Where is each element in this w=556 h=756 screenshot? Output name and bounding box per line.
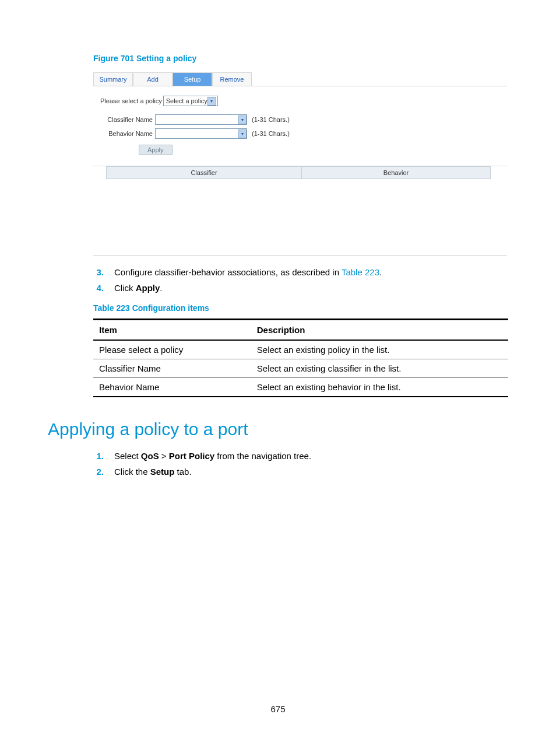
behavior-name-hint: (1-31 Chars.) bbox=[252, 130, 290, 137]
chevron-down-icon: ▾ bbox=[207, 97, 216, 106]
text: from the navigation tree. bbox=[214, 451, 311, 461]
policy-select[interactable]: Select a policy ▾ bbox=[163, 96, 218, 106]
cell-desc: Select an existing classifier in the lis… bbox=[251, 359, 508, 378]
apply-bold: Apply bbox=[136, 283, 160, 293]
chevron-down-icon: ▾ bbox=[238, 130, 247, 138]
table-223-link[interactable]: Table 223 bbox=[342, 267, 379, 277]
classifier-name-hint: (1-31 Chars.) bbox=[252, 116, 290, 123]
cell-desc: Select an existing behavior in the list. bbox=[251, 378, 508, 397]
classifier-name-select[interactable]: ▾ bbox=[155, 114, 247, 125]
list-item: 3. Configure classifier-behavior associa… bbox=[93, 267, 508, 277]
apply-button[interactable]: Apply bbox=[139, 145, 173, 155]
item-number: 2. bbox=[93, 467, 104, 477]
table-header-item: Item bbox=[93, 320, 251, 341]
result-table: Classifier Behavior bbox=[106, 166, 491, 179]
section-heading: Applying a policy to a port bbox=[48, 419, 508, 439]
config-table: Item Description Please select a policy … bbox=[93, 318, 508, 397]
item-number: 1. bbox=[93, 451, 104, 461]
text: Select bbox=[114, 451, 141, 461]
page-number: 675 bbox=[0, 704, 556, 714]
list-item: 2. Click the Setup tab. bbox=[93, 467, 508, 477]
tabbar: Summary Add Setup Remove bbox=[93, 70, 507, 86]
text: . bbox=[379, 267, 382, 277]
text: Click the bbox=[114, 467, 150, 477]
behavior-name-label: Behavior Name bbox=[106, 130, 153, 137]
table-caption: Table 223 Configuration items bbox=[93, 303, 508, 313]
item-number: 4. bbox=[93, 283, 104, 293]
policy-label: Please select a policy bbox=[100, 97, 162, 104]
ordered-list-a: 3. Configure classifier-behavior associa… bbox=[93, 267, 508, 293]
setup-bold: Setup bbox=[150, 467, 175, 477]
table-row: Please select a policy Select an existin… bbox=[93, 340, 508, 359]
cell-desc: Select an existing policy in the list. bbox=[251, 340, 508, 359]
text: . bbox=[160, 283, 162, 293]
tab-add[interactable]: Add bbox=[133, 72, 173, 86]
classifier-name-label: Classifier Name bbox=[106, 116, 153, 123]
table-row: Classifier Name Select an existing class… bbox=[93, 359, 508, 378]
tab-remove[interactable]: Remove bbox=[212, 72, 252, 86]
tab-setup[interactable]: Setup bbox=[173, 72, 212, 86]
port-policy-bold: Port Policy bbox=[169, 451, 214, 461]
item-number: 3. bbox=[93, 267, 104, 277]
table-row: Behavior Name Select an existing behavio… bbox=[93, 378, 508, 397]
cell-item: Classifier Name bbox=[93, 359, 251, 378]
ordered-list-b: 1. Select QoS > Port Policy from the nav… bbox=[93, 451, 508, 477]
behavior-name-select[interactable]: ▾ bbox=[155, 128, 247, 139]
cell-item: Behavior Name bbox=[93, 378, 251, 397]
chevron-down-icon: ▾ bbox=[238, 116, 247, 124]
text: > bbox=[159, 451, 169, 461]
text: Configure classifier-behavior associatio… bbox=[114, 267, 342, 277]
tab-summary[interactable]: Summary bbox=[93, 72, 133, 86]
cell-item: Please select a policy bbox=[93, 340, 251, 359]
table-header-description: Description bbox=[251, 320, 508, 341]
figure-screenshot: Summary Add Setup Remove Please select a… bbox=[93, 70, 507, 256]
list-item: 4. Click Apply. bbox=[93, 283, 508, 293]
text: Click bbox=[114, 283, 136, 293]
policy-select-value: Select a policy bbox=[166, 97, 207, 104]
figure-caption: Figure 701 Setting a policy bbox=[93, 54, 508, 63]
result-header-behavior: Behavior bbox=[302, 167, 491, 179]
result-header-classifier: Classifier bbox=[107, 167, 302, 179]
list-item: 1. Select QoS > Port Policy from the nav… bbox=[93, 451, 508, 461]
text: tab. bbox=[174, 467, 191, 477]
qos-bold: QoS bbox=[141, 451, 159, 461]
